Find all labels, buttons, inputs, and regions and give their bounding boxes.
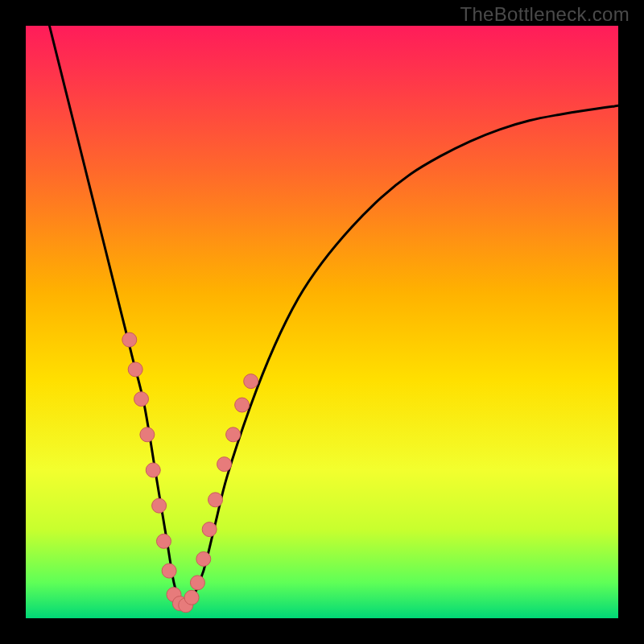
watermark-text: TheBottleneck.com [460,3,630,26]
data-marker [244,374,258,389]
data-marker [196,551,211,566]
bottleneck-curve [49,26,618,606]
data-marker [122,332,137,347]
data-marker [217,457,232,472]
data-marker [208,493,223,507]
data-marker [202,522,217,537]
data-marker [226,427,241,442]
data-marker [128,362,142,377]
data-marker [146,463,160,477]
data-marker [152,498,167,513]
chart-plot-area [26,26,618,618]
data-marker [162,564,176,578]
data-marker [190,576,204,590]
chart-curve-group [49,26,618,606]
chart-svg [26,26,618,618]
data-marker [184,590,199,605]
data-marker [140,427,155,442]
data-marker [235,398,250,412]
chart-frame: TheBottleneck.com [0,0,644,644]
data-marker [156,534,171,548]
chart-markers-group [122,332,258,613]
data-marker [134,392,149,407]
